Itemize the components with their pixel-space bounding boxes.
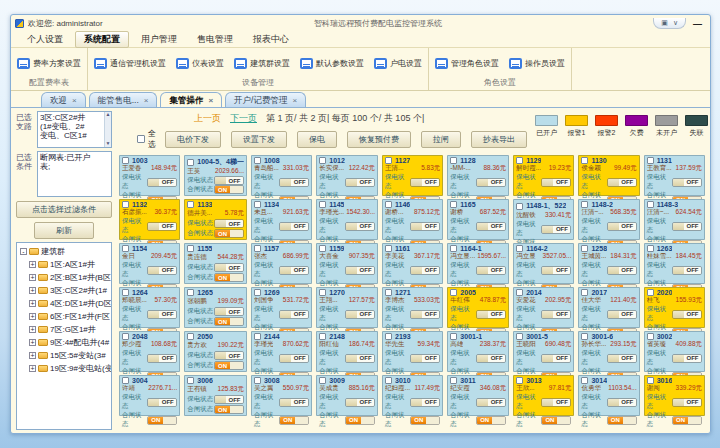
card-checkbox[interactable] [254, 157, 261, 164]
keep-power-toggle[interactable]: OFF [672, 222, 702, 231]
tree-node-3[interactable]: +4区:D区1#井(D区 [20, 297, 110, 310]
gate-state-toggle[interactable]: ON [214, 229, 244, 238]
keep-power-toggle[interactable]: OFF [147, 310, 177, 319]
meter-card[interactable]: 2048 郑少霞 108.68元 保电状态 OFF 合闸状态 ON [119, 331, 180, 372]
keep-power-toggle[interactable]: OFF [214, 307, 244, 316]
keep-power-toggle[interactable]: OFF [607, 354, 637, 363]
card-checkbox[interactable] [122, 245, 129, 252]
toolbar-button-5[interactable]: 抄表导出 [471, 131, 527, 148]
card-checkbox[interactable] [385, 289, 392, 296]
meter-card[interactable]: 1271 李博杰 533.03元 保电状态 OFF 合闸状态 ON [382, 287, 443, 328]
card-checkbox[interactable] [647, 157, 654, 164]
expand-icon[interactable]: + [29, 326, 36, 333]
choose-filter-button[interactable]: 点击选择过滤条件 [16, 201, 112, 218]
card-checkbox[interactable] [319, 289, 326, 296]
tab-0[interactable]: 欢迎× [41, 92, 86, 107]
meter-card[interactable]: 1157 张杰 686.99元 保电状态 OFF 合闸状态 ON [251, 243, 312, 284]
expand-icon[interactable]: + [29, 365, 36, 372]
card-checkbox[interactable] [187, 333, 194, 340]
keep-power-toggle[interactable]: OFF [541, 225, 571, 234]
meter-card[interactable]: 2017 佳大华 121.40元 保电状态 OFF 合闸状态 ON [578, 287, 639, 328]
meter-card[interactable]: 1161 李美花 367.17元 保电状态 OFF 合闸状态 ON [382, 243, 443, 284]
card-checkbox[interactable] [450, 333, 457, 340]
card-checkbox[interactable] [516, 333, 523, 340]
meter-card[interactable]: 1258 王城茵... 184.31元 保电状态 OFF 合闸状态 ON [578, 243, 639, 284]
keep-power-toggle[interactable]: OFF [147, 266, 177, 275]
meter-card[interactable]: 1264 郑晓晨... 57.30元 保电状态 OFF 合闸状态 ON [119, 287, 180, 328]
keep-power-toggle[interactable]: OFF [672, 398, 702, 407]
keep-power-toggle[interactable]: OFF [607, 266, 637, 275]
keep-power-toggle[interactable]: OFF [147, 222, 177, 231]
card-checkbox[interactable] [254, 201, 261, 208]
skin-style-button[interactable]: ▣ ∨ [653, 18, 686, 29]
keep-power-toggle[interactable]: OFF [279, 266, 309, 275]
keep-power-toggle[interactable]: OFF [476, 266, 506, 275]
card-checkbox[interactable] [385, 245, 392, 252]
keep-power-toggle[interactable]: OFF [147, 398, 177, 407]
meter-card[interactable]: 1129 解时霞... 19.23元 保电状态 OFF 合闸状态 ON [513, 155, 574, 196]
meter-card[interactable]: 1012 长实保... 122.42元 保电状态 OFF 合闸状态 ON [316, 155, 378, 196]
keep-power-toggle[interactable]: OFF [279, 222, 309, 231]
toolbar-button-1[interactable]: 设置下发 [231, 131, 287, 148]
card-checkbox[interactable] [516, 157, 523, 164]
ribbon-button-1-3[interactable]: 默认参数设置 [300, 58, 364, 69]
expand-icon[interactable]: + [29, 261, 36, 268]
gate-state-toggle[interactable]: ON [214, 185, 244, 194]
toolbar-button-4[interactable]: 拉闸 [421, 131, 461, 148]
keep-power-toggle[interactable]: OFF [607, 398, 637, 407]
card-checkbox[interactable] [450, 377, 457, 384]
collapse-icon[interactable]: - [20, 248, 27, 255]
card-checkbox[interactable] [385, 333, 392, 340]
meter-card[interactable]: 1146 谢桥... 875.12元 保电状态 OFF 合闸状态 ON [382, 199, 443, 240]
tree-root[interactable]: - 建筑群 [20, 245, 110, 258]
tab-close-icon[interactable]: × [144, 96, 149, 105]
scroll-up-icon[interactable]: ▲ [106, 112, 111, 118]
scroll-down-icon[interactable]: ▼ [106, 141, 111, 147]
keep-power-toggle[interactable]: OFF [410, 310, 440, 319]
meter-card[interactable]: 2005 牛红伟 478.87元 保电状态 OFF 合闸状态 ON [447, 287, 509, 328]
meter-card[interactable]: 2144 李瑾光 870.62元 保电状态 OFF 合闸状态 ON [251, 331, 312, 372]
keep-power-toggle[interactable]: OFF [147, 178, 177, 187]
meter-card[interactable]: 2148 阳红仙 186.74元 保电状态 OFF 合闸状态 ON [316, 331, 378, 372]
ribbon-button-0-0[interactable]: 费率方案设置 [17, 58, 81, 69]
card-checkbox[interactable] [187, 159, 194, 166]
meter-card[interactable]: 3002 省英璇 409.88元 保电状态 OFF 合闸状态 ON [644, 331, 705, 372]
card-checkbox[interactable] [122, 289, 129, 296]
keep-power-toggle[interactable]: OFF [476, 398, 506, 407]
minimize-button[interactable]: — [690, 19, 705, 29]
keep-power-toggle[interactable]: OFF [345, 178, 375, 187]
ribbon-button-1-0[interactable]: 通信管理机设置 [94, 58, 166, 69]
meter-card[interactable]: 1269 刘国争 531.72元 保电状态 OFF 合闸状态 ON [251, 287, 312, 328]
meter-card[interactable]: 1131 王教育... 137.59元 保电状态 OFF 合闸状态 ON [644, 155, 705, 196]
card-checkbox[interactable] [516, 245, 523, 252]
ribbon-button-1-4[interactable]: 户电设置 [374, 58, 422, 69]
expand-icon[interactable]: + [29, 339, 36, 346]
card-checkbox[interactable] [187, 289, 194, 296]
gate-state-toggle[interactable]: ON [279, 416, 309, 425]
card-checkbox[interactable] [647, 289, 654, 296]
keep-power-toggle[interactable]: OFF [607, 310, 637, 319]
card-checkbox[interactable] [647, 245, 654, 252]
menu-item-0[interactable]: 个人设置 [19, 32, 71, 47]
meter-card[interactable]: 3010 纪妇霞... 117.49元 保电状态 OFF 合闸状态 ON [382, 375, 443, 416]
card-checkbox[interactable] [122, 377, 129, 384]
card-checkbox[interactable] [385, 157, 392, 164]
keep-power-toggle[interactable]: OFF [345, 310, 375, 319]
card-checkbox[interactable] [187, 245, 194, 252]
keep-power-toggle[interactable]: OFF [214, 351, 244, 360]
meter-card[interactable]: 1265 张朝鹏 199.09元 保电状态 OFF 合闸状态 ON [184, 287, 247, 328]
meter-card[interactable]: 1133 德井美... 5.78元 保电状态 OFF 合闸状态 ON [184, 199, 247, 240]
selected-branch-listbox[interactable]: 3区:C区2#井(1#变电、2#变电、C区1# ▲ ▼ [37, 111, 112, 148]
meter-card[interactable]: 1263 桂妹雪... 184.45元 保电状态 OFF 合闸状态 ON [644, 243, 705, 284]
meter-card[interactable]: 3011 纪安霞 346.08元 保电状态 OFF 合闸状态 ON [447, 375, 509, 416]
meter-card[interactable]: 2193 华先生 59.34元 保电状态 OFF 合闸状态 ON [382, 331, 443, 372]
keep-power-toggle[interactable]: OFF [345, 266, 375, 275]
meter-card[interactable]: 1132 石彦振... 36.37元 保电状态 OFF 合闸状态 ON [119, 199, 180, 240]
meter-card[interactable]: 3008 吴之翼 550.97元 保电状态 OFF 合闸状态 ON [251, 375, 312, 416]
meter-card[interactable]: 3014 伉勇华 1103.54... 保电状态 OFF 合闸状态 ON [578, 375, 639, 416]
card-checkbox[interactable] [581, 157, 588, 164]
card-checkbox[interactable] [647, 333, 654, 340]
tab-close-icon[interactable]: × [292, 96, 297, 105]
tree-node-8[interactable]: +19区:9#变电站(变 [20, 362, 110, 375]
expand-icon[interactable]: + [29, 313, 36, 320]
